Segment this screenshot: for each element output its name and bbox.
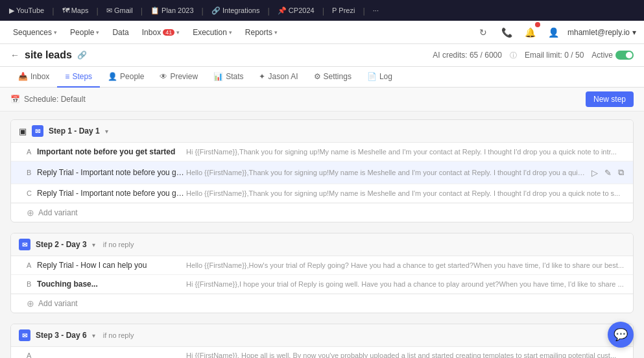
tab-settings[interactable]: ⚙ Settings bbox=[306, 67, 359, 88]
nav-sep5: | bbox=[267, 6, 269, 16]
variant-a-preview: Hi {{FirstName}},Thank you for signing u… bbox=[186, 148, 625, 156]
step-group-2: ✉ Step 2 - Day 3 ▾ if no reply A Reply T… bbox=[10, 233, 634, 313]
add-variant-icon-1: ⊕ bbox=[27, 208, 34, 218]
user-avatar[interactable]: 👤 bbox=[544, 23, 562, 42]
sequences-nav[interactable]: Sequences ▾ bbox=[8, 25, 62, 40]
chat-bubble[interactable]: 💬 bbox=[608, 322, 634, 348]
reports-chevron: ▾ bbox=[274, 29, 278, 36]
step-2-variant-a[interactable]: A Reply Trial - How I can help you Hello… bbox=[11, 256, 633, 275]
nav-sep3: | bbox=[141, 6, 143, 16]
step-1-variant-b[interactable]: B Reply Trial - Important note before yo… bbox=[11, 161, 633, 184]
data-nav[interactable]: Data bbox=[107, 25, 134, 40]
youtube-nav[interactable]: ▶ YouTube bbox=[5, 5, 48, 16]
tab-stats[interactable]: 📊 Stats bbox=[206, 67, 251, 88]
step-3-chevron[interactable]: ▾ bbox=[92, 332, 95, 339]
sequences-chevron: ▾ bbox=[54, 29, 57, 36]
tab-people[interactable]: 👤 People bbox=[100, 67, 152, 88]
people-tab-icon: 👤 bbox=[108, 72, 117, 81]
play-icon[interactable]: ▷ bbox=[590, 167, 599, 179]
inbox-tab-icon: 📥 bbox=[18, 72, 28, 81]
preview-tab-icon: 👁 bbox=[160, 72, 167, 81]
page-header: ← site leads 🔗 AI credits: 65 / 6000 ⓘ E… bbox=[0, 44, 644, 67]
step-2-condition: if no reply bbox=[103, 241, 134, 248]
tab-preview[interactable]: 👁 Preview bbox=[152, 67, 206, 88]
schedule-icon: 📅 bbox=[10, 95, 20, 104]
bell-button[interactable]: 🔔 bbox=[521, 23, 539, 42]
variant-b-subject: Reply Trial - Important note before you … bbox=[37, 168, 186, 177]
inbox-nav[interactable]: Inbox 41 ▾ bbox=[137, 25, 185, 40]
page-header-left: ← site leads 🔗 bbox=[10, 49, 87, 61]
tabs-bar: 📥 Inbox ≡ Steps 👤 People 👁 Preview 📊 Sta… bbox=[0, 67, 644, 88]
ai-info-icon[interactable]: ⓘ bbox=[510, 51, 517, 60]
step2-variant-a-subject: Reply Trial - How I can help you bbox=[37, 261, 186, 270]
variant-c-letter: C bbox=[27, 189, 37, 197]
maps-nav[interactable]: 🗺 Maps bbox=[58, 5, 93, 16]
reports-nav[interactable]: Reports ▾ bbox=[240, 25, 283, 40]
step-3-type-icon: ✉ bbox=[19, 329, 30, 341]
link-icon[interactable]: 🔗 bbox=[77, 51, 87, 60]
nav-sep1: | bbox=[52, 6, 54, 16]
refresh-button[interactable]: ↻ bbox=[474, 23, 492, 42]
back-button[interactable]: ← bbox=[10, 50, 19, 60]
tab-jason-ai[interactable]: ✦ Jason AI bbox=[251, 67, 305, 88]
active-badge: Active bbox=[591, 51, 634, 60]
variant-a-subject: Important note before you get started bbox=[37, 147, 186, 156]
step-2-add-variant[interactable]: ⊕ Add variant bbox=[11, 294, 633, 313]
tab-steps[interactable]: ≡ Steps bbox=[57, 67, 100, 88]
stats-tab-icon: 📊 bbox=[213, 72, 223, 81]
step-2-title: Step 2 - Day 3 bbox=[36, 240, 87, 249]
step-2-type-icon: ✉ bbox=[19, 239, 30, 250]
page-title: site leads bbox=[25, 49, 72, 61]
step-2-variant-b[interactable]: B Touching base... Hi {{FirstName}},I ho… bbox=[11, 275, 633, 294]
step-1-header[interactable]: ▣ ✉ Step 1 - Day 1 ▾ bbox=[11, 120, 633, 143]
schedule-label: Schedule: Default bbox=[24, 95, 86, 104]
copy-icon[interactable]: ⧉ bbox=[617, 166, 625, 179]
nav-sep2: | bbox=[97, 6, 99, 16]
steps-tab-label: Steps bbox=[72, 72, 92, 81]
step-1-variant-c[interactable]: C Reply Trial - Important note before yo… bbox=[11, 184, 633, 203]
step-2-chevron[interactable]: ▾ bbox=[92, 241, 95, 248]
notification-dot bbox=[535, 22, 540, 27]
preview-tab-label: Preview bbox=[170, 72, 198, 81]
variant-b-actions: ▷ ✎ ⧉ bbox=[590, 166, 625, 179]
step3-variant-a-letter: A bbox=[27, 352, 37, 358]
tab-inbox[interactable]: 📥 Inbox bbox=[10, 67, 57, 88]
step-1-add-variant[interactable]: ⊕ Add variant bbox=[11, 203, 633, 222]
add-variant-icon-2: ⊕ bbox=[27, 298, 34, 309]
step2-variant-b-subject: Touching base... bbox=[37, 280, 186, 289]
step2-variant-b-letter: B bbox=[27, 280, 37, 288]
phone-button[interactable]: 📞 bbox=[497, 23, 516, 42]
variant-c-preview: Hello {{FirstName}},Thank you for signin… bbox=[186, 189, 625, 197]
plan2023-nav[interactable]: 📋 Plan 2023 bbox=[147, 5, 198, 16]
inbox-chevron: ▾ bbox=[176, 29, 180, 36]
toolbar: 📅 Schedule: Default New step bbox=[0, 88, 644, 112]
active-toggle[interactable] bbox=[615, 51, 634, 60]
more-nav[interactable]: ··· bbox=[369, 5, 383, 16]
people-nav[interactable]: People ▾ bbox=[65, 25, 104, 40]
variant-b-letter: B bbox=[27, 169, 37, 176]
prezi-nav[interactable]: P Prezi bbox=[328, 5, 359, 16]
step2-variant-b-preview: Hi {{FirstName}},I hope your trial of Re… bbox=[186, 280, 625, 288]
gmail-nav[interactable]: ✉ Gmail bbox=[102, 5, 137, 16]
add-variant-label-2: Add variant bbox=[38, 299, 78, 308]
variant-a-letter: A bbox=[27, 148, 37, 156]
log-tab-icon: 📄 bbox=[367, 72, 377, 81]
page-header-right: AI credits: 65 / 6000 ⓘ Email limit: 0 /… bbox=[433, 51, 634, 60]
integrations-nav[interactable]: 🔗 Integrations bbox=[208, 5, 263, 16]
top-nav: ▶ YouTube | 🗺 Maps | ✉ Gmail | 📋 Plan 20… bbox=[0, 0, 644, 21]
variant-b-preview: Hello {{FirstName}},Thank you for signin… bbox=[186, 169, 585, 176]
step-1-chevron[interactable]: ▾ bbox=[105, 128, 108, 135]
settings-tab-label: Settings bbox=[324, 72, 352, 81]
tab-log[interactable]: 📄 Log bbox=[359, 67, 400, 88]
step-1-variant-a[interactable]: A Important note before you get started … bbox=[11, 143, 633, 161]
step-2-header[interactable]: ✉ Step 2 - Day 3 ▾ if no reply bbox=[11, 233, 633, 256]
new-step-button[interactable]: New step bbox=[586, 91, 634, 107]
cp2024-nav[interactable]: 📌 CP2024 bbox=[274, 5, 318, 16]
step-3-header[interactable]: ✉ Step 3 - Day 6 ▾ if no reply bbox=[11, 324, 633, 347]
inbox-tab-label: Inbox bbox=[30, 72, 49, 81]
step2-variant-a-preview: Hello {{FirstName}},How's your trial of … bbox=[186, 261, 625, 269]
execution-nav[interactable]: Execution ▾ bbox=[187, 25, 237, 40]
step-3-variant-a[interactable]: A Hi {{FirstName}}, Hope all is well. By… bbox=[11, 347, 633, 358]
user-email[interactable]: mhamlet@reply.io ▾ bbox=[567, 28, 636, 37]
edit-icon[interactable]: ✎ bbox=[603, 167, 613, 179]
